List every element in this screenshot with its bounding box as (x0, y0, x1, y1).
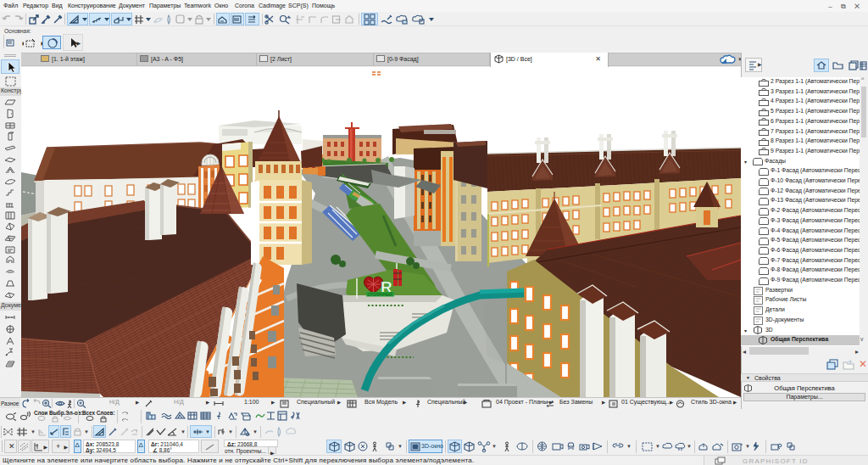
svg-text:СТОЛИЧНЫЙ: СТОЛИЧНЫЙ (368, 291, 392, 297)
